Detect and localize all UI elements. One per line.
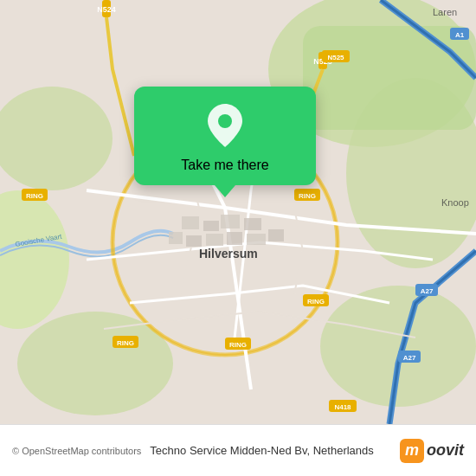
svg-rect-20 xyxy=(206,234,223,246)
svg-rect-14 xyxy=(182,216,199,229)
svg-text:N418: N418 xyxy=(334,403,351,411)
location-name: Techno Service Midden-Ned Bv, Netherland… xyxy=(150,444,391,457)
svg-text:N524: N524 xyxy=(97,5,116,14)
svg-rect-23 xyxy=(268,229,284,241)
copyright-text: © OpenStreetMap contributors xyxy=(12,446,141,456)
svg-rect-22 xyxy=(247,234,266,245)
take-me-there-button[interactable]: Take me there xyxy=(181,158,268,173)
moovit-logo-text: oovit xyxy=(427,441,464,460)
svg-text:Hilversum: Hilversum xyxy=(199,247,258,261)
svg-text:RING: RING xyxy=(307,298,325,306)
svg-text:A27: A27 xyxy=(403,354,416,362)
moovit-logo-icon: m xyxy=(400,439,424,463)
svg-text:A27: A27 xyxy=(421,287,434,295)
svg-rect-16 xyxy=(221,215,240,228)
svg-rect-15 xyxy=(203,221,219,231)
svg-text:N525: N525 xyxy=(327,54,344,61)
svg-rect-19 xyxy=(186,235,202,247)
svg-text:RING: RING xyxy=(299,192,316,200)
svg-rect-21 xyxy=(227,232,242,245)
svg-rect-7 xyxy=(303,26,476,130)
svg-text:Knoop: Knoop xyxy=(441,197,469,208)
svg-text:A1: A1 xyxy=(455,31,465,39)
bottom-bar: © OpenStreetMap contributors Techno Serv… xyxy=(0,424,476,476)
svg-text:RING: RING xyxy=(26,192,43,200)
svg-point-48 xyxy=(218,114,232,128)
location-pin-icon xyxy=(206,102,244,149)
svg-text:RING: RING xyxy=(117,339,134,347)
svg-text:RING: RING xyxy=(229,341,247,349)
svg-text:Laren: Laren xyxy=(433,7,457,17)
map-view[interactable]: N524 N525 RING RING RING xyxy=(0,0,476,424)
svg-rect-18 xyxy=(169,232,183,244)
location-popup[interactable]: Take me there xyxy=(134,87,316,185)
svg-point-6 xyxy=(320,286,476,407)
moovit-logo: m oovit xyxy=(400,439,464,463)
svg-rect-17 xyxy=(244,218,261,230)
